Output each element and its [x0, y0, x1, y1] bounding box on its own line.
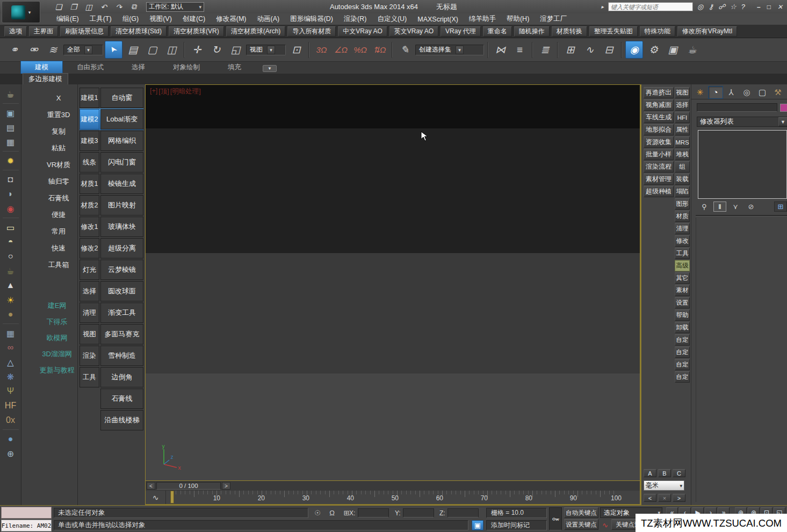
category-tab-button[interactable]: 清理 — [80, 303, 99, 323]
save-file-icon[interactable]: ◫ — [83, 2, 95, 12]
configure-modifier-sets-icon[interactable]: ⊞ — [774, 202, 787, 212]
category-tab-button[interactable]: 材质1 — [80, 174, 99, 194]
workspace-dropdown[interactable]: 工作区: 默认 — [146, 2, 204, 12]
plugin-toolbar-button[interactable]: 导入所有材质 — [287, 26, 336, 37]
site-link[interactable]: 建E网 — [21, 298, 77, 314]
snap-toggle-3d-icon[interactable]: 3Ω — [313, 41, 330, 59]
x-coordinate-field[interactable] — [358, 508, 389, 517]
wire-pyramid-icon[interactable]: △ — [3, 356, 18, 369]
render-production-icon[interactable]: ☕ — [683, 41, 701, 59]
plugin-category-button[interactable]: 设置 — [675, 297, 690, 308]
menu-item[interactable]: 组(G) — [118, 13, 144, 25]
open-mini-curve-editor-button[interactable] — [146, 491, 166, 504]
fur-ball-0x-icon[interactable]: 0x — [3, 414, 18, 427]
plugin-button[interactable]: 批量小样 — [644, 149, 674, 160]
plugin-button[interactable]: 再造挤出 — [644, 87, 674, 98]
quick-action-button[interactable]: X — [21, 90, 77, 106]
plugin-category-button[interactable]: 自定 — [675, 334, 690, 346]
menu-item[interactable]: 工具(T) — [85, 13, 117, 25]
tool-button[interactable]: 闪电门窗 — [100, 152, 143, 172]
search-expand-icon[interactable] — [601, 4, 604, 10]
category-tab-button[interactable]: 建模2 — [80, 109, 99, 130]
quick-action-button[interactable]: 工具箱 — [21, 256, 77, 273]
minimize-button[interactable]: – — [757, 3, 761, 11]
new-scene-icon[interactable]: ❏ — [53, 2, 64, 12]
category-tab-button[interactable]: 修改2 — [80, 238, 99, 258]
category-tab-button[interactable]: 修改1 — [80, 217, 99, 237]
site-link[interactable]: 下得乐 — [21, 314, 77, 330]
open-file-icon[interactable]: ❐ — [68, 2, 80, 12]
quick-action-button[interactable]: 粘贴 — [21, 140, 77, 156]
plugin-button-small[interactable]: MRS — [675, 136, 690, 148]
zoom-region-icon[interactable]: ⊕ — [3, 447, 18, 460]
window-crossing-toggle-icon[interactable]: ◫ — [163, 41, 180, 59]
tool-button[interactable]: 边倒角 — [100, 367, 143, 387]
material-preview-window-icon[interactable]: ▣ — [3, 106, 18, 119]
plugin-toolbar-button[interactable]: 英文VRay AO — [389, 26, 438, 37]
sun-light-icon[interactable]: ☀ — [3, 293, 18, 306]
rock-icon[interactable]: ❋ — [3, 370, 18, 383]
time-slider-handle[interactable]: 0 / 100 — [156, 482, 221, 490]
category-tab-button[interactable]: 线条 — [80, 152, 99, 172]
plugin-toolbar-button[interactable]: 材质转换 — [552, 26, 587, 37]
plugin-toolbar-button[interactable]: 刷新场景信息 — [60, 26, 109, 37]
plugin-category-button[interactable]: 帮助 — [675, 310, 690, 321]
quick-action-button[interactable]: 轴归零 — [21, 173, 77, 190]
plugin-toolbar-button[interactable]: 修改所有VRayMtl — [677, 26, 737, 37]
plugin-category-button[interactable]: 自定 — [675, 359, 690, 370]
display-tab[interactable]: ▢ — [755, 86, 770, 99]
cube-array-icon[interactable]: ▦ — [3, 327, 18, 340]
selection-filter-dropdown[interactable]: 全部 — [63, 45, 103, 55]
tool-button[interactable]: 渐变工具 — [100, 303, 143, 323]
y-coordinate-field[interactable] — [403, 508, 434, 517]
plugin-button[interactable]: 视角减面 — [644, 99, 674, 111]
undo-icon[interactable]: ↶ — [98, 2, 110, 12]
plugin-button[interactable]: 车线生成 — [644, 112, 674, 123]
video-camera-icon[interactable]: ◉ — [3, 202, 18, 215]
hair-fur-hf-icon[interactable]: HF — [3, 399, 18, 412]
quick-action-button[interactable]: 复制 — [21, 123, 77, 140]
list-panel-icon[interactable]: ▤ — [3, 121, 18, 134]
plugin-toolbar-button[interactable]: 清空材质球(Std) — [111, 26, 167, 37]
next-page-button[interactable]: > — [673, 494, 685, 502]
prev-page-button[interactable]: < — [644, 494, 656, 502]
plugin-toolbar-button[interactable]: 重命名 — [483, 26, 512, 37]
select-and-link-icon[interactable]: ⚭ — [5, 41, 23, 59]
percent-snap-toggle-icon[interactable]: %Ω — [351, 41, 369, 59]
plugin-category-button[interactable]: 自定 — [675, 371, 690, 383]
rendered-frame-window-icon[interactable]: ▣ — [664, 41, 682, 59]
close-button[interactable]: ✕ — [777, 3, 783, 11]
plugin-button-small[interactable]: 选择 — [675, 99, 690, 111]
material-editor-icon[interactable]: ◉ — [625, 41, 643, 59]
ribbon-tab[interactable]: 建模 — [20, 61, 63, 74]
plugin-toolbar-button[interactable]: 特殊功能 — [640, 26, 675, 37]
site-link[interactable]: 更新与教程 — [21, 362, 77, 378]
ground-sphere-icon[interactable]: ● — [3, 308, 18, 321]
redo-icon[interactable]: ↷ — [113, 2, 125, 12]
plugin-button-small[interactable]: 视图 — [675, 87, 690, 98]
viewport-pov-menu[interactable]: [顶] — [158, 87, 169, 96]
schematic-view-icon[interactable]: ⊟ — [600, 41, 618, 59]
grass-icon[interactable]: Ψ — [3, 385, 18, 398]
bind-to-space-warp-icon[interactable]: ≋ — [44, 41, 62, 59]
light-lister-icon[interactable]: ✹ — [3, 154, 18, 167]
plugin-toolbar-button[interactable]: 主界面 — [29, 26, 58, 37]
set-key-big-button[interactable] — [549, 507, 562, 530]
plugin-button[interactable]: 渲染流程 — [644, 161, 674, 172]
plugin-toolbar-button[interactable]: 随机操作 — [514, 26, 550, 37]
plugin-toolbar-button[interactable]: 整理丢失贴图 — [589, 26, 638, 37]
menu-item[interactable]: 渲梦工厂 — [535, 13, 572, 25]
subtab-polygon-modeling[interactable]: 多边形建模 — [23, 73, 68, 85]
plugin-button-small[interactable]: HFI — [675, 112, 690, 123]
track-bar[interactable]: 102030405060708090100 — [145, 491, 640, 505]
plane-light-icon[interactable]: ▭ — [3, 221, 18, 234]
category-tab-button[interactable]: 建模1 — [80, 88, 99, 108]
next-frame-button[interactable] — [222, 482, 230, 490]
isolate-selection-toggle[interactable] — [472, 520, 483, 530]
plugin-button[interactable]: 资源收集 — [644, 136, 674, 148]
menu-item[interactable]: 渲染(R) — [339, 13, 371, 25]
z-coordinate-field[interactable] — [447, 508, 479, 517]
angle-snap-toggle-icon[interactable]: ∠Ω — [332, 41, 350, 59]
page-button[interactable]: A — [644, 469, 656, 477]
make-unique-icon[interactable]: ⋎ — [729, 202, 742, 212]
